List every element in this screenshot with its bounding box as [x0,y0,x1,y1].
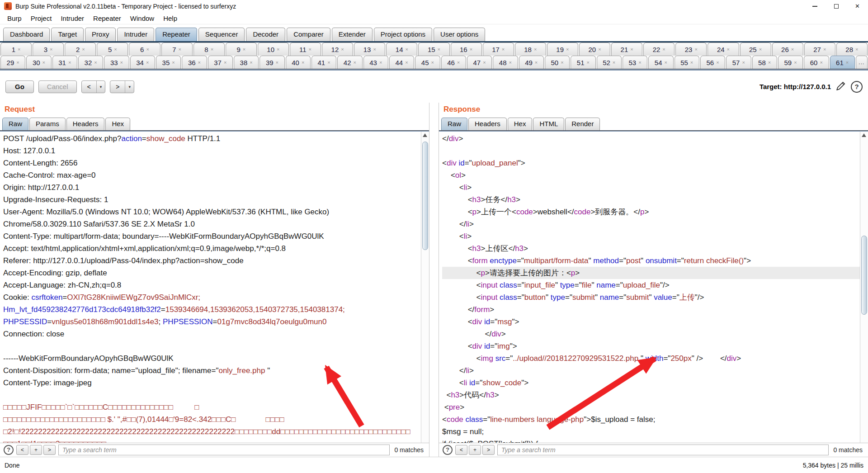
help-icon[interactable]: ? [443,445,453,455]
help-icon[interactable]: ? [851,81,863,93]
close-icon[interactable]: × [716,60,719,65]
repeater-tab-24[interactable]: 24× [708,43,739,56]
close-icon[interactable]: × [277,47,279,52]
close-icon[interactable]: × [16,60,19,65]
repeater-tab-11[interactable]: 11× [290,43,321,56]
repeater-tab-60[interactable]: 60× [804,56,829,69]
close-icon[interactable]: × [855,47,858,52]
response-code[interactable]: </div><div id="upload_panel"> <ol> <li> … [439,132,860,442]
close-icon[interactable]: × [690,60,693,65]
close-icon[interactable]: × [68,60,71,65]
request-tab-hex[interactable]: Hex [105,118,130,130]
menu-intruder[interactable]: Intruder [56,14,89,22]
next-response-button[interactable]: > ▾ [110,80,134,93]
menu-project[interactable]: Project [26,14,57,22]
repeater-tab-20[interactable]: 20× [579,43,610,56]
tab-target[interactable]: Target [51,28,84,41]
close-icon[interactable]: × [664,60,667,65]
close-icon[interactable]: × [341,47,344,52]
repeater-tab-56[interactable]: 56× [700,56,725,69]
panel-splitter[interactable] [429,103,439,457]
close-icon[interactable]: × [82,47,85,52]
close-icon[interactable]: × [794,60,797,65]
close-icon[interactable]: × [742,60,745,65]
repeater-tab-53[interactable]: 53× [623,56,647,69]
request-code[interactable]: POST /upload/Pass-06/index.php?action=sh… [0,132,421,442]
repeater-tab-19[interactable]: 19× [547,43,578,56]
repeater-tab-47[interactable]: 47× [467,56,492,69]
close-icon[interactable]: × [373,47,376,52]
close-icon[interactable]: × [587,60,590,65]
tab-repeater[interactable]: Repeater [156,28,197,41]
close-icon[interactable]: × [94,60,97,65]
repeater-tab-26[interactable]: 26× [772,43,803,56]
request-scrollbar[interactable] [421,132,429,442]
tab-project-options[interactable]: Project options [374,28,432,41]
response-tab-headers[interactable]: Headers [468,118,507,130]
repeater-tab-36[interactable]: 36× [182,56,207,69]
tab-comparer[interactable]: Comparer [287,28,330,41]
repeater-tab-14[interactable]: 14× [386,43,417,56]
repeater-tab-43[interactable]: 43× [363,56,388,69]
tab-intruder[interactable]: Intruder [117,28,154,41]
close-icon[interactable]: × [50,47,52,52]
response-tab-hex[interactable]: Hex [508,118,533,130]
repeater-tab-52[interactable]: 52× [597,56,622,69]
response-tab-render[interactable]: Render [565,118,600,130]
repeater-tab-49[interactable]: 49× [519,56,544,69]
repeater-tab-5[interactable]: 5× [97,43,128,56]
close-icon[interactable]: × [759,47,762,52]
close-icon[interactable]: × [379,60,382,65]
repeater-tab-18[interactable]: 18× [515,43,546,56]
close-icon[interactable]: × [630,47,633,52]
repeater-tab-37[interactable]: 37× [208,56,233,69]
search-prev-button[interactable]: < [455,445,467,455]
close-icon[interactable]: × [405,60,408,65]
close-icon[interactable]: × [224,60,226,65]
repeater-tab-12[interactable]: 12× [322,43,353,56]
close-icon[interactable]: × [613,60,615,65]
repeater-tab-21[interactable]: 21× [611,43,642,56]
close-icon[interactable]: × [470,47,472,52]
tab-proxy[interactable]: Proxy [85,28,116,41]
repeater-tab-1[interactable]: 1× [0,43,32,56]
repeater-tab-50[interactable]: 50× [545,56,570,69]
menu-repeater[interactable]: Repeater [89,14,126,22]
repeater-tab-28[interactable]: 28× [836,43,868,56]
repeater-tab-29[interactable]: 29× [0,56,25,69]
edit-target-icon[interactable] [835,80,847,94]
help-icon[interactable]: ? [4,445,14,455]
repeater-tab-22[interactable]: 22× [643,43,675,56]
prev-response-button[interactable]: < ▾ [81,80,106,93]
scrollbar-thumb[interactable] [861,236,867,315]
tab-extender[interactable]: Extender [332,28,373,41]
close-icon[interactable]: × [598,47,601,52]
close-icon[interactable]: × [846,60,849,65]
tab-sequencer[interactable]: Sequencer [198,28,245,41]
close-icon[interactable]: × [276,60,278,65]
search-prev-button[interactable]: < [16,445,28,455]
repeater-tab-32[interactable]: 32× [78,56,103,69]
request-tab-params[interactable]: Params [29,118,66,130]
go-button[interactable]: Go [5,80,34,93]
close-icon[interactable]: × [561,60,563,65]
repeater-tab-34[interactable]: 34× [130,56,155,69]
cancel-button[interactable]: Cancel [38,80,77,93]
repeater-tab-55[interactable]: 55× [675,56,699,69]
close-icon[interactable]: × [534,47,537,52]
repeater-tab-7[interactable]: 7× [161,43,193,56]
repeater-tab-27[interactable]: 27× [804,43,835,56]
repeater-tab-51[interactable]: 51× [571,56,595,69]
close-icon[interactable]: × [823,47,826,52]
close-icon[interactable]: × [820,60,822,65]
request-search-input[interactable] [58,445,390,455]
repeater-tab-17[interactable]: 17× [483,43,514,56]
repeater-tab-44[interactable]: 44× [389,56,414,69]
minimize-button[interactable] [804,0,826,12]
close-icon[interactable]: × [727,47,730,52]
close-icon[interactable]: × [243,47,245,52]
repeater-tab-59[interactable]: 59× [778,56,803,69]
close-icon[interactable]: × [179,47,181,52]
menu-burp[interactable]: Burp [3,14,26,22]
close-icon[interactable]: × [146,60,149,65]
